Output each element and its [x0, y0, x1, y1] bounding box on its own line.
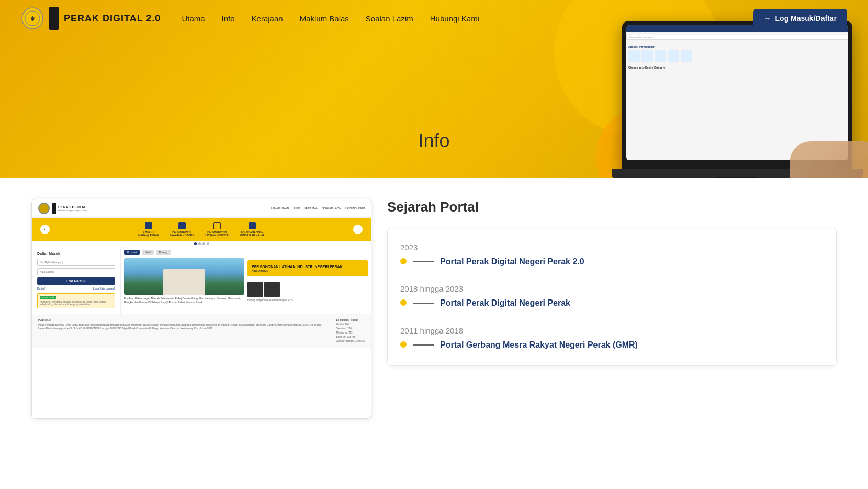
history-link-3[interactable]: Portal Gerbang Mesra Rakyat Negeri Perak…: [440, 339, 638, 351]
history-item-3: 2011 hingga 2018 Portal Gerbang Mesra Ra…: [400, 326, 824, 351]
ss-right-panel: Promosi Undi Borang Fun Map Pelancongan …: [121, 247, 371, 314]
logo-block: [49, 7, 59, 30]
ss-nav-soalan[interactable]: SOALAN LAZIM: [322, 207, 341, 210]
ss-tab-undi[interactable]: Undi: [142, 250, 153, 255]
ss-logo-text: PERAK DIGITAL: [58, 205, 87, 209]
logo-text: PERAK DIGITAL 2.0: [64, 13, 161, 24]
hand-decoration: [790, 141, 868, 178]
ss-promo-subtitle: KINI DIBUKA: [252, 269, 364, 272]
history-year-3: 2011 hingga 2018: [400, 326, 824, 335]
laptop-notch: [716, 177, 758, 178]
ss-register-link[interactable]: Daftar!: [37, 287, 45, 290]
ss-nav-smart-label: S M A R TNAGA @ PERAK: [138, 230, 159, 237]
ss-next-arrow[interactable]: ›: [353, 225, 363, 234]
ss-login-button[interactable]: LOG MASUK: [37, 277, 115, 285]
laptop-wrapper: Semak Permohonan Aplikasi Permohonan Cho…: [622, 21, 852, 173]
history-item-1: 2023 Portal Perak Digital Negeri Perak 2…: [400, 243, 824, 268]
nav-hubungi-kami[interactable]: Hubungi Kami: [430, 14, 479, 23]
ss-header: PERAK DIGITAL Aplikasi Kerajaan Negeri P…: [32, 199, 371, 218]
ss-qr-caption: Borang Tempahan Fasa Pelancongan MDS: [247, 299, 368, 302]
ss-dot-4: [207, 242, 209, 245]
ss-mykad-input[interactable]: [37, 259, 115, 266]
history-link-2[interactable]: Portal Perak Digital Negeri Perak: [440, 297, 570, 309]
nav-maklum-balas[interactable]: Maklum Balas: [300, 14, 349, 23]
ss-nav-smart-icon: [145, 222, 152, 229]
laptop-app-grid: [626, 50, 848, 64]
ss-stats-minggu-val: 733: [348, 331, 353, 334]
ss-logo-text-area: PERAK DIGITAL Aplikasi Kerajaan Negeri P…: [58, 205, 87, 212]
ss-nav-jawatan-icon: [178, 222, 186, 229]
ss-body: Daftar Masuk LOG MASUK Daftar! Lupa Kata…: [32, 247, 371, 314]
ss-nav-smart[interactable]: S M A R TNAGA @ PERAK: [138, 222, 159, 237]
ss-stats-minggu: Minggu Ini: 733: [336, 331, 365, 335]
ss-stats-hari: Hari Ini: 160: [336, 323, 365, 327]
ss-links: Daftar! Lupa Kata Laluan?: [37, 287, 115, 290]
history-year-2: 2018 hingga 2023: [400, 284, 824, 293]
ss-promo-area: Fun Map Pelancongan Daerah Selama dan Pa…: [124, 258, 244, 304]
ss-nav-jawatan[interactable]: PERMOHONANJAWATAN KOSONG: [170, 222, 194, 237]
svg-text:⚜: ⚜: [30, 15, 36, 23]
nav-utama[interactable]: Utama: [182, 14, 205, 23]
ss-password-input[interactable]: [37, 268, 115, 275]
ss-promo-title: PERMOHONAN LATIHAN INDUSTRI NEGERI PERAK: [252, 264, 364, 269]
ss-login-panel: Daftar Masuk LOG MASUK Daftar! Lupa Kata…: [32, 247, 121, 314]
nav-kerajaan[interactable]: Kerajaan: [252, 14, 283, 23]
ss-nav-saringan-label: SARINGAN AWALPENSIURAN HALAL: [240, 230, 265, 237]
ss-nav-utama[interactable]: LAMAN UTAMA: [271, 207, 290, 210]
history-link-1[interactable]: Portal Perak Digital Negeri Perak 2.0: [440, 256, 584, 268]
laptop-app-icon-1: [628, 50, 640, 62]
ss-logo-bar: [52, 203, 56, 214]
history-card: 2023 Portal Perak Digital Negeri Perak 2…: [387, 228, 837, 366]
main-content: PERAK DIGITAL Aplikasi Kerajaan Negeri P…: [0, 178, 868, 440]
ss-nav-hubungi[interactable]: HUBUNGI KAMI: [345, 207, 365, 210]
history-row-1: Portal Perak Digital Negeri Perak 2.0: [400, 256, 824, 268]
ss-dot-1: [194, 242, 197, 245]
ss-tab-promosi[interactable]: Promosi: [124, 250, 140, 255]
history-line-1: [413, 261, 434, 262]
ss-footer-disclaimer: PENAFIAN: Pihak Pentadbiran Portal Perak…: [38, 318, 326, 344]
ss-nav-kerajaan[interactable]: KERAJAAN: [305, 207, 318, 210]
ss-footer: PENAFIAN: Pihak Pentadbiran Portal Perak…: [32, 314, 371, 348]
ss-login-title: Daftar Masuk: [37, 252, 115, 255]
history-year-1: 2023: [400, 243, 824, 252]
laptop-app-icon-2: [641, 50, 653, 62]
ss-nav-info[interactable]: INFO: [294, 207, 300, 210]
history-row-2: Portal Perak Digital Negeri Perak: [400, 297, 824, 309]
ss-disclaimer-text: Pihak Pentadbiran Portal Perak Digital t…: [38, 323, 326, 330]
laptop-app-icon-5: [681, 50, 692, 62]
ss-forgot-link[interactable]: Lupa Kata Laluan?: [93, 287, 115, 290]
ss-footer-stats: Le Statistik Pelawat Hari Ini: 160 Semal…: [336, 318, 365, 344]
ss-stats-hari-val: 160: [345, 323, 349, 326]
ss-nav-latihan-icon: [213, 222, 221, 229]
ss-logo: PERAK DIGITAL Aplikasi Kerajaan Negeri P…: [38, 203, 87, 214]
main-nav: Utama Info Kerajaan Maklum Balas Soalan …: [182, 14, 753, 23]
screenshot-inner: PERAK DIGITAL Aplikasi Kerajaan Negeri P…: [32, 199, 371, 348]
ss-warning-badge: PERINGATAN: [40, 296, 56, 299]
history-title: Sejarah Portal: [387, 199, 837, 215]
ss-stats-bulan-val: 128,766: [347, 336, 355, 338]
perak-logo-emblem: ⚜: [21, 7, 44, 30]
ss-qr-area: Borang Tempahan Fasa Pelancongan MDS: [247, 280, 368, 302]
ss-stats-semalam: Semalam: 290: [336, 327, 365, 331]
nav-soalan-lazim[interactable]: Soalan Lazim: [366, 14, 413, 23]
login-button[interactable]: → Log Masuk/Daftar: [753, 9, 847, 28]
ss-tab-borang[interactable]: Borang: [156, 250, 171, 255]
laptop-screen: Semak Permohonan Aplikasi Permohonan Cho…: [626, 25, 848, 160]
ss-stats-title: Le Statistik Pelawat: [336, 318, 365, 323]
ss-building-image: [124, 258, 244, 295]
ss-promo-tabs: Promosi Undi Borang: [124, 250, 368, 255]
header: ⚜ PERAK DIGITAL 2.0 Utama Info Kerajaan …: [0, 0, 868, 37]
ss-warning: PERINGATAN Anda perlu mendaftar sebagai …: [37, 293, 115, 308]
ss-nav-saringan[interactable]: SARINGAN AWALPENSIURAN HALAL: [240, 222, 265, 237]
nav-info[interactable]: Info: [222, 14, 235, 23]
ss-yellow-promo-banner: PERMOHONAN LATIHAN INDUSTRI NEGERI PERAK…: [247, 260, 368, 276]
ss-stats-jumlah: Jumlah Pelawat: 1,795,036: [336, 339, 365, 343]
history-row-3: Portal Gerbang Mesra Rakyat Negeri Perak…: [400, 339, 824, 351]
history-line-2: [413, 303, 434, 304]
ss-qr-code-2: [264, 282, 280, 297]
history-dot-1: [400, 258, 407, 264]
ss-promo-text: Fun Map Pelancongan Daerah Selama dan Pa…: [124, 297, 244, 304]
ss-dot-2: [198, 242, 201, 245]
ss-nav-latihan[interactable]: PERMOHONANLATIHAN INDUSTRI: [205, 222, 229, 237]
ss-prev-arrow[interactable]: ‹: [40, 225, 50, 234]
